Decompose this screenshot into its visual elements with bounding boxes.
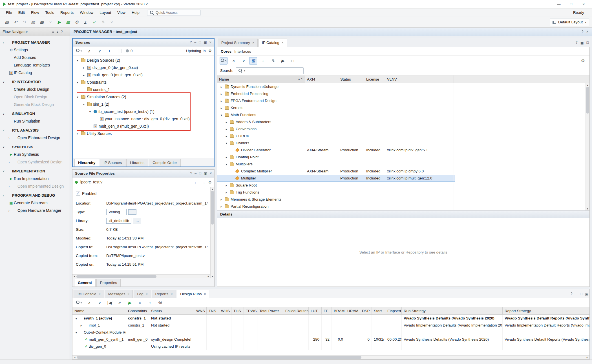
results-tab[interactable]: Reports × (152, 290, 176, 298)
column-header[interactable]: Total Power (257, 307, 283, 314)
ip-catalog-row[interactable]: Memories & Storage Elements (217, 196, 455, 203)
design-run-row[interactable]: impl_1 constrs_1 Not started (72, 322, 589, 329)
settings-gear-icon[interactable]: ⚙ (579, 57, 587, 65)
search-icon[interactable] (75, 299, 83, 307)
column-header[interactable]: TNS (207, 307, 219, 314)
column-header[interactable]: Name (72, 307, 126, 314)
collapse-all-icon[interactable]: ∧ (229, 57, 237, 65)
flow-nav-row[interactable]: SYNTHESIS (0, 143, 70, 151)
source-tree-row[interactable]: your_instance_name : div_gen_0 (div_gen_… (73, 115, 214, 123)
help-icon[interactable]: ? (61, 30, 63, 34)
flow-nav-row[interactable]: Create Block Design (0, 86, 70, 93)
design-run-row[interactable]: div_gen_0 Using cached IP results (72, 343, 589, 350)
ip-search-input[interactable] (247, 68, 301, 73)
menu-item[interactable]: View (114, 9, 129, 16)
expander-icon[interactable] (224, 184, 229, 187)
expander-icon[interactable] (224, 156, 229, 159)
delete-icon[interactable]: × (47, 19, 54, 26)
maximize-icon[interactable]: □ (199, 40, 201, 45)
flow-nav-row[interactable]: Open Synthesized Design (0, 158, 70, 166)
source-tree-row[interactable]: tb_ipcore_test (ipcore_test.v) (1) (73, 108, 214, 115)
close-tab-icon[interactable]: × (204, 292, 206, 296)
search-icon[interactable] (75, 47, 83, 55)
gear-icon[interactable]: ⚙ (208, 180, 212, 185)
add-ip-icon[interactable]: + (259, 57, 267, 65)
column-header[interactable]: Name 1 (217, 76, 305, 83)
float-icon[interactable]: ▣ (204, 40, 207, 45)
maximize-icon[interactable]: □ (586, 41, 589, 45)
menu-item[interactable]: Edit (15, 9, 28, 16)
forward-arrow-icon[interactable]: → (201, 180, 205, 185)
source-tree-row[interactable]: sim_1 (2) (73, 101, 214, 108)
flow-nav-row[interactable]: Add Sources (0, 54, 70, 61)
flow-nav-row[interactable]: Open Hardware Manager (0, 207, 70, 214)
float-icon[interactable]: ▣ (204, 171, 207, 176)
source-tree-row[interactable]: constrs_1 (73, 86, 214, 93)
design-run-row[interactable]: mult_gen_0_synth_1 mult_gen_0 synth_desi… (72, 336, 589, 343)
source-tree-row[interactable]: mult_gen_0 (mult_gen_0.xci) (73, 123, 214, 130)
source-tree-row[interactable]: Utility Sources (73, 130, 214, 137)
properties-view-tab[interactable]: Properties (96, 279, 121, 287)
maximize-icon[interactable]: □ (580, 292, 582, 296)
close-tab-icon[interactable]: × (127, 292, 129, 296)
ip-catalog-row[interactable]: Conversions (217, 125, 455, 132)
search-icon[interactable] (220, 57, 227, 65)
column-header[interactable]: Constraints (126, 307, 149, 314)
sources-view-tab[interactable]: Libraries (126, 159, 148, 167)
layout-selector[interactable]: Default Layout ▾ (550, 19, 589, 26)
expander-icon[interactable] (79, 324, 83, 327)
help-icon[interactable]: ? (576, 41, 578, 45)
minimize-icon[interactable]: ‒ (65, 30, 67, 34)
float-icon[interactable]: ▣ (585, 292, 588, 296)
column-header[interactable]: THS (231, 307, 244, 314)
scroll-down-icon[interactable]: ▾ (587, 207, 588, 210)
expander-icon[interactable] (219, 106, 224, 110)
column-header[interactable]: FF (322, 307, 332, 314)
expand-collapse-icon[interactable]: ▴ (57, 30, 58, 34)
ip-catalog-row[interactable]: Complex Multiplier AXI4-Stream Productio… (217, 168, 455, 175)
property-value-input[interactable]: xil_defaultlib (106, 218, 131, 224)
sources-view-tab[interactable]: IP Sources (100, 159, 125, 167)
source-tree-row[interactable]: Constraints (73, 79, 214, 86)
close-icon[interactable]: × (209, 40, 211, 45)
window-maximize-button[interactable]: □ (566, 1, 577, 8)
expander-icon[interactable] (88, 110, 92, 113)
flow-nav-row[interactable]: Open Implemented Design (0, 183, 70, 190)
property-value-input[interactable]: Verilog (106, 209, 127, 215)
column-header[interactable]: Run Strategy (402, 307, 503, 314)
scrollbar-thumb[interactable] (76, 275, 156, 278)
browse-button[interactable]: … (133, 218, 141, 223)
menu-item[interactable]: Tools (42, 9, 58, 16)
paste-icon[interactable]: ▦ (38, 19, 46, 26)
reset-runs-icon[interactable]: |◀ (105, 299, 113, 307)
expander-icon[interactable] (224, 120, 229, 124)
expander-icon[interactable] (224, 141, 229, 145)
menu-item[interactable]: Window (77, 9, 96, 16)
expander-icon[interactable] (219, 113, 224, 117)
column-header[interactable]: URAM (345, 307, 360, 314)
results-tab[interactable]: Design Runs × (177, 290, 209, 298)
results-tab[interactable]: Messages × (105, 290, 133, 298)
quick-access-input[interactable] (156, 10, 192, 15)
add-sources-icon[interactable]: + (105, 47, 113, 55)
flow-nav-row[interactable]: Language Templates (0, 61, 70, 69)
redo-icon[interactable]: ↷ (20, 19, 28, 26)
expander-icon[interactable] (74, 317, 78, 320)
scroll-down-icon[interactable]: ▾ (212, 274, 213, 278)
menu-item[interactable]: Help (129, 9, 143, 16)
toggle-layout-icon[interactable]: ≡ (52, 30, 54, 34)
settings-icon[interactable]: ⚙ (73, 19, 81, 26)
launch-runs-icon[interactable]: ▶ (126, 299, 134, 307)
copy-icon[interactable]: ▥ (29, 19, 37, 26)
percent-icon[interactable]: % (156, 299, 164, 307)
column-header[interactable]: WHS (219, 307, 231, 314)
ip-search-box[interactable]: ▾ (236, 67, 304, 74)
flow-nav-row[interactable]: IP Catalog (0, 69, 70, 77)
properties-view-tab[interactable]: General (74, 279, 96, 287)
close-icon[interactable]: × (586, 30, 588, 34)
run-ip-icon[interactable]: ▶ (279, 57, 287, 65)
flow-nav-row[interactable]: Open Block Design (0, 93, 70, 101)
column-header[interactable]: TPWS (244, 307, 257, 314)
help-icon[interactable]: ? (582, 30, 584, 34)
refresh-icon[interactable]: ↻ (203, 49, 206, 53)
